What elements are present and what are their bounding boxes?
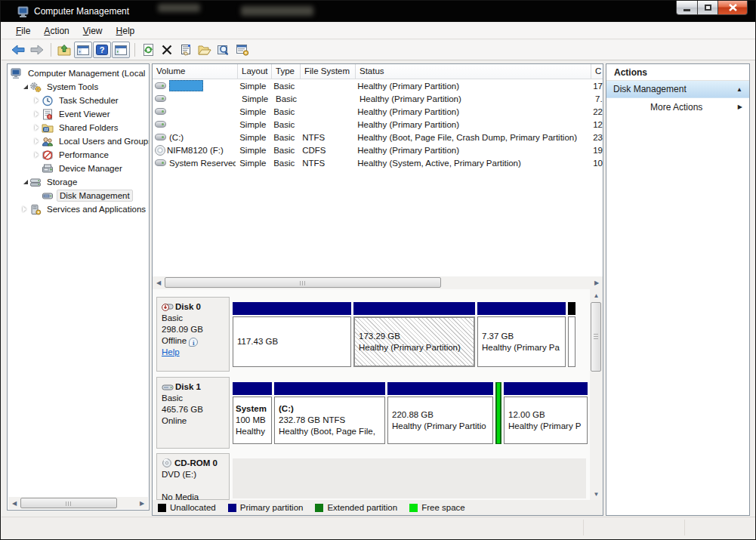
tree-item-storage[interactable]: Storage — [8, 175, 149, 189]
legend-item-free-space: Free space — [409, 503, 465, 512]
tree-item-system-tools[interactable]: System Tools — [8, 80, 149, 94]
tree-item-device-manager[interactable]: Device Manager — [8, 162, 149, 175]
partition[interactable]: (C:) 232.78 GB NTFS Healthy (Boot, Page … — [274, 382, 385, 444]
drive-icon — [155, 82, 166, 89]
volume-row[interactable]: NIFM8120 (F:) Simple Basic CDFS Healthy … — [153, 143, 603, 156]
column-header-capacity[interactable]: C — [591, 64, 603, 79]
collapse-arrow-icon[interactable]: ▲ — [736, 86, 742, 93]
volume-row[interactable]: Simple Basic Healthy (Primary Partition)… — [153, 118, 603, 131]
partition[interactable]: 220.88 GB Healthy (Primary Partitio — [387, 382, 493, 444]
tree-item-computer-management[interactable]: Computer Management (Local — [8, 66, 149, 80]
column-header-volume[interactable]: Volume — [153, 64, 238, 79]
more-actions-item[interactable]: More Actions ▶ — [606, 98, 749, 116]
show-console-tree-button[interactable] — [74, 42, 92, 58]
tree-item-performance[interactable]: Performance — [8, 148, 149, 162]
volume-row[interactable]: System Reserved Simple Basic NTFS Health… — [153, 156, 603, 169]
task-scheduler-icon — [42, 95, 54, 106]
expander-collapsed-icon[interactable] — [32, 138, 42, 144]
column-header-type[interactable]: Type — [272, 64, 301, 79]
partition[interactable]: 7.37 GB Healthy (Primary Pa — [477, 302, 566, 367]
tree-item-event-viewer[interactable]: ! Event Viewer — [8, 107, 149, 121]
cd-icon — [155, 145, 165, 156]
tree-item-services-and-applications[interactable]: Services and Applications — [8, 202, 149, 216]
actions-group-disk-management[interactable]: Disk Management ▲ — [606, 81, 749, 98]
drive-icon — [155, 95, 166, 102]
scroll-left-arrow[interactable]: ◀ — [153, 276, 165, 289]
console-settings-button[interactable] — [233, 42, 251, 58]
partition[interactable]: 117.43 GB — [233, 302, 351, 367]
disk1-label-panel[interactable]: Disk 1 Basic 465.76 GB Online — [156, 377, 230, 449]
show-action-pane-button[interactable] — [112, 42, 130, 58]
cdrom0-label-panel[interactable]: CD-ROM 0 DVD (E:) No Media — [156, 453, 230, 500]
unallocated-region[interactable] — [568, 302, 575, 367]
help-button[interactable]: ? — [93, 42, 111, 58]
volume-row[interactable]: Simple Basic Healthy (Primary Partition)… — [153, 105, 603, 118]
delete-button[interactable] — [158, 42, 176, 58]
expander-collapsed-icon[interactable] — [20, 206, 29, 212]
primary-partition-bar — [477, 302, 566, 315]
back-button[interactable] — [9, 42, 27, 58]
redacted-text-blur — [158, 4, 200, 12]
column-header-status[interactable]: Status — [356, 64, 591, 79]
expander-expanded-icon[interactable] — [20, 85, 29, 89]
disk1-size: 465.76 GB — [162, 404, 224, 415]
tree-item-disk-management[interactable]: Disk Management — [8, 189, 149, 202]
expander-collapsed-icon[interactable] — [32, 97, 42, 103]
menu-file[interactable]: File — [9, 23, 37, 39]
disk-row-disk0: Disk 0 Basic 298.09 GB Offline i Help 11… — [156, 297, 603, 372]
info-icon[interactable]: i — [189, 338, 198, 347]
open-button[interactable] — [196, 42, 214, 58]
extended-partition-boundary[interactable] — [495, 382, 501, 444]
tree-item-label: Event Viewer — [57, 109, 113, 119]
tree-item-local-users-and-groups[interactable]: Local Users and Groups — [8, 134, 149, 148]
close-button[interactable] — [718, 1, 748, 15]
partition[interactable]: 12.00 GB Healthy (Primary P — [504, 382, 588, 444]
scrollbar-thumb[interactable] — [591, 302, 601, 372]
expander-collapsed-icon[interactable] — [32, 125, 42, 131]
volume-list-horizontal-scrollbar[interactable]: ◀ ▶ — [153, 276, 603, 289]
menu-action[interactable]: Action — [37, 23, 76, 39]
graphical-vertical-scrollbar[interactable]: ▲ ▼ — [590, 289, 603, 500]
up-one-level-button[interactable] — [55, 42, 73, 58]
volume-name: System Reserved — [169, 159, 236, 168]
help-icon: ? — [96, 45, 108, 55]
partition[interactable]: System 100 MB Healthy — [233, 382, 272, 444]
cell-type: Basic — [272, 94, 301, 103]
tree-item-task-scheduler[interactable]: Task Scheduler — [8, 94, 149, 107]
expander-expanded-icon[interactable] — [20, 180, 29, 184]
scrollbar-thumb[interactable] — [20, 498, 117, 508]
volume-row[interactable]: Simple Basic Healthy (Primary Partition)… — [153, 92, 603, 105]
titlebar[interactable]: Computer Management — [1, 1, 755, 22]
scroll-left-arrow[interactable]: ◀ — [8, 497, 20, 509]
help-link[interactable]: Help — [162, 347, 180, 356]
tree-item-shared-folders[interactable]: 22 Shared Folders — [8, 121, 149, 134]
scroll-down-arrow[interactable]: ▼ — [590, 488, 603, 500]
volume-row[interactable]: Simple Basic Healthy (Primary Partition)… — [153, 79, 603, 92]
scroll-right-arrow[interactable]: ▶ — [591, 276, 603, 289]
maximize-button[interactable] — [698, 1, 718, 15]
drive-icon — [155, 108, 166, 115]
partition-size: 232.78 GB NTFS — [279, 415, 381, 426]
menu-help[interactable]: Help — [110, 23, 142, 39]
column-header-layout[interactable]: Layout — [238, 64, 272, 79]
forward-button[interactable] — [28, 42, 46, 58]
scrollbar-thumb[interactable] — [165, 277, 441, 288]
volume-name: NIFM8120 (F:) — [167, 146, 224, 155]
cell-capacity: 7. — [591, 94, 603, 103]
scroll-up-arrow[interactable]: ▲ — [590, 289, 603, 301]
expander-collapsed-icon[interactable] — [32, 152, 42, 158]
submenu-arrow-icon: ▶ — [738, 103, 742, 110]
properties-button[interactable] — [177, 42, 195, 58]
disk0-label-panel[interactable]: Disk 0 Basic 298.09 GB Offline i Help — [156, 297, 230, 372]
expander-collapsed-icon[interactable] — [32, 111, 42, 117]
column-header-file-system[interactable]: File System — [301, 64, 356, 79]
partition-selected[interactable]: 173.29 GB Healthy (Primary Partition) — [353, 302, 475, 367]
scroll-right-arrow[interactable]: ▶ — [136, 497, 148, 509]
find-button[interactable] — [214, 42, 233, 58]
minimize-button[interactable] — [676, 1, 698, 15]
volume-row[interactable]: (C:) Simple Basic NTFS Healthy (Boot, Pa… — [153, 131, 603, 143]
tree-horizontal-scrollbar[interactable]: ◀ ▶ — [8, 497, 148, 509]
refresh-button[interactable] — [139, 42, 157, 58]
menu-view[interactable]: View — [76, 23, 110, 39]
partition-name: (C:) — [279, 403, 381, 415]
